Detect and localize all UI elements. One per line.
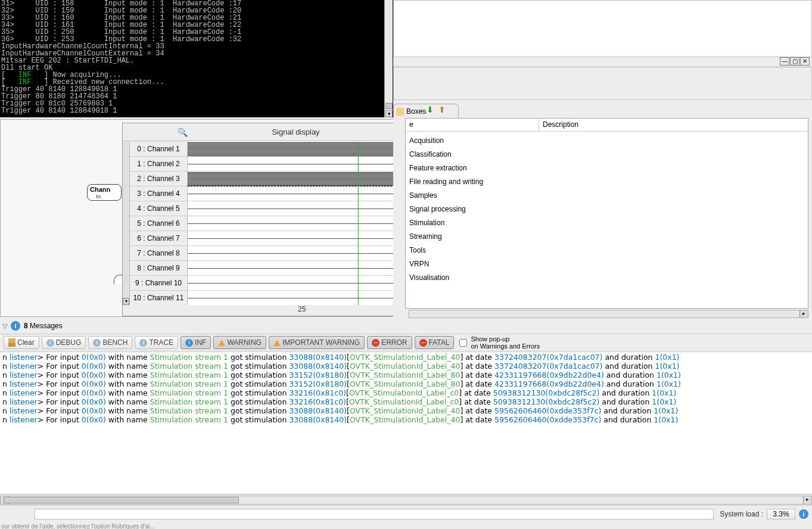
trace-filter-button[interactable]: iTRACE <box>135 336 178 349</box>
info-icon[interactable]: i <box>799 509 808 519</box>
channel-waveform <box>188 246 404 260</box>
error-icon: – <box>419 339 427 347</box>
channel-waveform <box>188 216 404 231</box>
channel-row: 5 : Channel 6 <box>130 216 404 231</box>
close-icon[interactable]: ✕ <box>800 57 810 66</box>
time-cursor <box>358 142 359 305</box>
log-line: n listener> For input 0(0x0) with name S… <box>0 379 812 388</box>
tree-item[interactable]: VRPN <box>406 257 808 270</box>
tree-h-scrollbar[interactable]: ▸ <box>409 310 808 318</box>
box-tree[interactable]: e Description AcquisitionClassificationF… <box>405 118 808 309</box>
channel-row: 10 : Channel 11 <box>130 291 404 305</box>
clear-button[interactable]: Clear <box>4 336 39 349</box>
log-h-scrollbar[interactable]: ◂ ▸ <box>0 496 812 505</box>
import-icon[interactable]: ⬇ <box>427 105 434 114</box>
warning-filter-button[interactable]: WARNING <box>213 336 266 349</box>
channel-waveform <box>188 276 404 290</box>
tree-item[interactable]: Classification <box>406 147 808 161</box>
channel-row: 9 : Channel 10 <box>130 276 404 291</box>
channel-waveform <box>188 142 404 156</box>
info-icon: i <box>185 339 193 347</box>
terminal-scrollbar[interactable]: ▾ <box>384 0 393 117</box>
signal-display-title: Signal display <box>188 127 404 136</box>
progress-bar <box>35 509 714 519</box>
inf-filter-button[interactable]: iINF <box>181 336 211 349</box>
channel-row: 1 : Channel 2 <box>130 157 404 172</box>
channel-scrollbar[interactable]: ▾ <box>123 142 130 305</box>
toolbar-area <box>393 67 812 100</box>
scrollbar-thumb[interactable] <box>385 103 393 109</box>
error-filter-button[interactable]: –ERROR <box>367 336 412 349</box>
blank-panel <box>393 0 812 57</box>
channel-label: 10 : Channel 11 <box>130 291 188 305</box>
column-description[interactable]: Description <box>539 119 808 131</box>
channel-row: 6 : Channel 7 <box>130 231 404 246</box>
broom-icon <box>8 338 15 347</box>
tree-item[interactable]: Streaming <box>406 229 808 243</box>
bench-filter-button[interactable]: iBENCH <box>88 336 132 349</box>
footer-hint: our obtenir de l'aide, sélectionnez l'op… <box>1 523 155 529</box>
box-icon <box>396 108 404 116</box>
chevron-down-icon[interactable]: ▽ <box>2 322 7 330</box>
channel-row: 4 : Channel 5 <box>130 201 404 216</box>
channel-label: 0 : Channel 1 <box>130 142 188 156</box>
maximize-icon[interactable]: ▢ <box>790 57 799 66</box>
channel-waveform <box>188 231 404 245</box>
info-icon: i <box>93 339 101 347</box>
tree-header: e Description <box>406 119 808 132</box>
channel-label: 7 : Channel 8 <box>130 246 188 260</box>
important-warning-filter-button[interactable]: IMPORTANT WARNING <box>269 336 365 349</box>
export-icon[interactable]: ⬆ <box>438 105 446 114</box>
channel-label: 3 : Channel 4 <box>130 186 188 201</box>
tree-item[interactable]: Feature extraction <box>406 161 808 175</box>
popup-checkbox[interactable] <box>459 339 467 347</box>
scroll-right-icon[interactable]: ▸ <box>803 496 811 504</box>
minimize-icon[interactable]: — <box>780 57 789 66</box>
tab-boxes[interactable]: Boxes <box>393 104 459 119</box>
tree-item[interactable]: Samples <box>406 188 808 202</box>
tree-item[interactable]: File reading and writing <box>406 175 808 188</box>
debug-filter-button[interactable]: iDEBUG <box>42 336 86 349</box>
channel-label: 2 : Channel 3 <box>130 172 188 186</box>
info-icon: i <box>11 321 20 331</box>
channel-waveform <box>188 186 404 201</box>
tree-item[interactable]: Stimulation <box>406 216 808 229</box>
scrollbar-thumb[interactable] <box>4 497 239 503</box>
column-name[interactable]: e <box>406 119 539 131</box>
channel-row: 2 : Channel 3 <box>130 172 404 186</box>
tree-item[interactable]: Acquisition <box>406 133 808 147</box>
tree-item[interactable]: Tools <box>406 243 808 257</box>
tree-item[interactable]: Signal processing <box>406 202 808 216</box>
node-subtitle: In <box>96 193 119 200</box>
signal-header: 🔍 Signal display <box>123 123 404 141</box>
scroll-down-icon[interactable]: ▾ <box>123 298 129 305</box>
log-output[interactable]: n listener> For input 0(0x0) with name S… <box>0 353 812 494</box>
fatal-filter-button[interactable]: –FATAL <box>415 336 455 349</box>
channel-label: 5 : Channel 6 <box>130 216 188 231</box>
log-line: n listener> For input 0(0x0) with name S… <box>0 397 812 406</box>
channel-label: 9 : Channel 10 <box>130 276 188 290</box>
tree-item[interactable]: Visualisation <box>406 270 808 284</box>
channel-waveform <box>188 201 404 216</box>
channel-list: 0 : Channel 11 : Channel 22 : Channel 33… <box>130 142 404 305</box>
messages-toolbar: Clear iDEBUG iBENCH iTRACE iINF WARNING … <box>0 334 812 351</box>
channel-row: 3 : Channel 4 <box>130 186 404 201</box>
status-bar: System load : 3.3% i <box>0 505 812 522</box>
channel-row: 0 : Channel 1 <box>130 142 404 157</box>
channel-waveform <box>188 291 404 305</box>
scroll-down-icon[interactable]: ▾ <box>385 110 393 117</box>
info-icon: i <box>46 339 54 347</box>
messages-header[interactable]: ▽ i 8 Messages <box>0 319 812 332</box>
canvas-node[interactable]: Chann In <box>87 184 122 201</box>
scroll-right-icon[interactable]: ▸ <box>799 310 808 318</box>
popup-checkbox-label[interactable]: Show pop-upon Warnings and Errors <box>459 335 540 350</box>
channel-label: 4 : Channel 5 <box>130 201 188 216</box>
channel-waveform <box>188 172 404 186</box>
magnifier-icon[interactable]: 🔍 <box>178 127 188 137</box>
channel-row: 8 : Channel 9 <box>130 261 404 276</box>
channel-waveform <box>188 261 404 275</box>
log-line: n listener> For input 0(0x0) with name S… <box>0 388 812 397</box>
system-load-label: System load : <box>720 510 763 518</box>
tab-label: Boxes <box>406 107 426 116</box>
messages-label: Messages <box>30 322 63 330</box>
